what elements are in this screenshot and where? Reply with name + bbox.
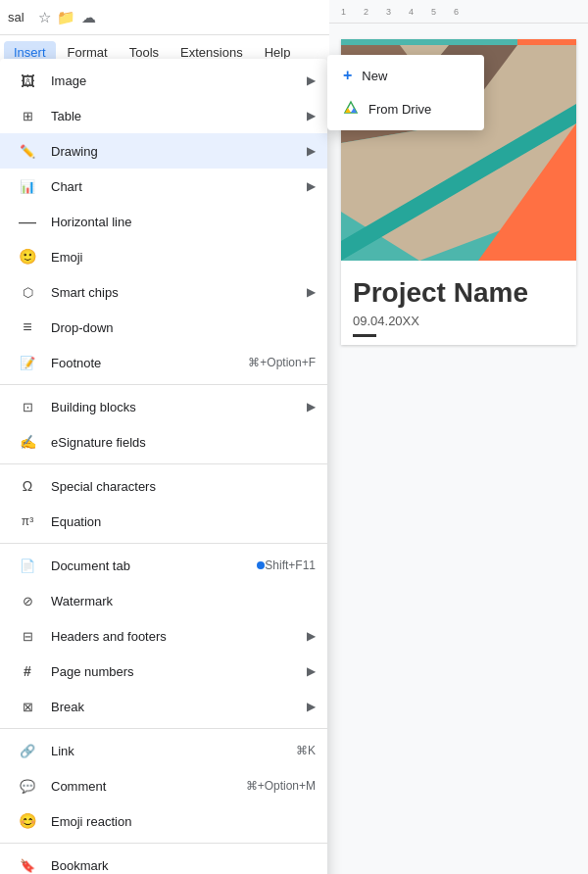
menu-item-equation[interactable]: π³ Equation: [0, 504, 327, 539]
submenu-item-new-label: New: [362, 69, 387, 83]
menu-item-image[interactable]: 🖼 Image ▶: [0, 63, 327, 98]
menu-item-comment-label: Comment: [51, 779, 238, 794]
menu-item-image-label: Image: [51, 73, 303, 88]
app-name: sal: [8, 10, 24, 24]
drive-icon: [343, 100, 359, 119]
footnote-shortcut: ⌘+Option+F: [248, 356, 316, 369]
chart-icon: 📊: [16, 174, 39, 198]
menu-item-chart[interactable]: 📊 Chart ▶: [0, 169, 327, 204]
submenu-item-new[interactable]: + New: [327, 59, 484, 92]
drawing-icon: ✏️: [16, 139, 39, 163]
menu-item-headers-footers[interactable]: ⊟ Headers and footers ▶: [0, 618, 327, 654]
break-icon: ⊠: [16, 695, 39, 718]
plus-icon: +: [343, 67, 352, 84]
chevron-right-icon: ▶: [307, 664, 316, 678]
menu-item-link[interactable]: 🔗 Link ⌘K: [0, 733, 327, 768]
menu-divider-3: [0, 543, 327, 544]
menu-item-drawing[interactable]: ✏️ Drawing ▶: [0, 133, 327, 169]
drawing-submenu: + New From Drive: [327, 55, 484, 130]
page-numbers-icon: #: [16, 659, 39, 683]
menu-item-drawing-label: Drawing: [51, 144, 303, 159]
document-tab-shortcut: Shift+F11: [265, 558, 316, 572]
table-icon: ⊞: [16, 104, 39, 127]
menu-divider-1: [0, 384, 327, 385]
menu-divider-4: [0, 728, 327, 729]
menu-item-horizontal-line-label: Horizontal line: [51, 215, 316, 229]
equation-icon: π³: [16, 510, 39, 533]
document-area: 123456: [329, 0, 588, 874]
menu-item-footnote[interactable]: 📝 Footnote ⌘+Option+F: [0, 345, 327, 380]
folder-icon[interactable]: 📁: [57, 9, 75, 26]
chevron-right-icon: ▶: [307, 73, 316, 87]
menu-item-special-characters[interactable]: Ω Special characters: [0, 468, 327, 504]
insert-dropdown-menu: 🖼 Image ▶ ⊞ Table ▶ ✏️ Drawing ▶ 📊 Chart…: [0, 59, 327, 874]
headers-footers-icon: ⊟: [16, 624, 39, 648]
submenu-item-from-drive[interactable]: From Drive: [327, 92, 484, 126]
menu-item-watermark[interactable]: ⊘ Watermark: [0, 583, 327, 618]
menu-item-break-label: Break: [51, 700, 303, 714]
menu-item-watermark-label: Watermark: [51, 594, 316, 608]
menu-item-smart-chips[interactable]: ⬡ Smart chips ▶: [0, 274, 327, 310]
document-tab-badge: [257, 561, 265, 569]
link-shortcut: ⌘K: [296, 744, 316, 757]
star-icon[interactable]: ☆: [38, 9, 51, 26]
watermark-icon: ⊘: [16, 589, 39, 612]
menu-item-smart-chips-label: Smart chips: [51, 285, 303, 300]
menu-item-document-tab[interactable]: 📄 Document tab Shift+F11: [0, 548, 327, 583]
chevron-right-icon: ▶: [307, 700, 316, 713]
emoji-icon: 🙂: [16, 245, 39, 268]
menu-item-comment[interactable]: 💬 Comment ⌘+Option+M: [0, 768, 327, 803]
project-divider-line: [353, 334, 376, 337]
menu-item-link-label: Link: [51, 744, 288, 758]
menu-item-bookmark-label: Bookmark: [51, 858, 316, 873]
menu-item-page-numbers[interactable]: # Page numbers ▶: [0, 654, 327, 689]
special-characters-icon: Ω: [16, 474, 39, 498]
ruler-marks: 123456: [337, 7, 459, 17]
menu-item-document-tab-label: Document tab: [51, 558, 251, 573]
menu-item-page-numbers-label: Page numbers: [51, 664, 303, 679]
menu-item-emoji[interactable]: 🙂 Emoji: [0, 239, 327, 274]
menu-item-building-blocks[interactable]: ⊡ Building blocks ▶: [0, 389, 327, 424]
bookmark-icon: 🔖: [16, 853, 39, 874]
menu-item-bookmark[interactable]: 🔖 Bookmark: [0, 848, 327, 874]
comment-shortcut: ⌘+Option+M: [246, 779, 316, 793]
chevron-right-icon: ▶: [307, 285, 316, 299]
image-icon: 🖼: [16, 69, 39, 92]
footnote-icon: 📝: [16, 351, 39, 374]
menu-item-special-characters-label: Special characters: [51, 479, 316, 494]
menu-item-chart-label: Chart: [51, 179, 303, 194]
link-icon: 🔗: [16, 739, 39, 762]
menu-item-equation-label: Equation: [51, 514, 316, 529]
project-text-area: Project Name 09.04.20XX: [341, 261, 576, 345]
emoji-reaction-icon: 😊: [16, 809, 39, 833]
menu-item-emoji-label: Emoji: [51, 250, 316, 265]
title-bar-icons: sal ☆ 📁 ☁: [8, 9, 96, 26]
menu-item-horizontal-line[interactable]: — Horizontal line: [0, 204, 327, 239]
project-date: 09.04.20XX: [353, 314, 564, 328]
menu-item-headers-footers-label: Headers and footers: [51, 629, 303, 644]
cloud-icon[interactable]: ☁: [81, 9, 96, 26]
menu-divider-5: [0, 843, 327, 844]
document-tab-icon: 📄: [16, 554, 39, 577]
menu-item-table[interactable]: ⊞ Table ▶: [0, 98, 327, 133]
smart-chips-icon: ⬡: [16, 280, 39, 304]
menu-item-dropdown[interactable]: ≡ Drop-down: [0, 310, 327, 345]
project-name: Project Name: [353, 276, 564, 310]
chevron-right-icon: ▶: [307, 179, 316, 193]
esignature-icon: ✍: [16, 430, 39, 454]
chevron-right-icon: ▶: [307, 629, 316, 643]
menu-divider-2: [0, 463, 327, 464]
chevron-right-icon: ▶: [307, 400, 316, 413]
menu-item-esignature[interactable]: ✍ eSignature fields: [0, 424, 327, 460]
dropdown-icon: ≡: [16, 316, 39, 339]
menu-item-esignature-label: eSignature fields: [51, 435, 316, 450]
submenu-item-from-drive-label: From Drive: [368, 102, 431, 117]
comment-icon: 💬: [16, 774, 39, 798]
menu-item-dropdown-label: Drop-down: [51, 320, 316, 335]
menu-item-break[interactable]: ⊠ Break ▶: [0, 689, 327, 724]
menu-item-emoji-reaction[interactable]: 😊 Emoji reaction: [0, 803, 327, 839]
chevron-right-icon: ▶: [307, 144, 316, 158]
menu-item-building-blocks-label: Building blocks: [51, 400, 303, 414]
horizontal-line-icon: —: [16, 210, 39, 233]
menu-item-footnote-label: Footnote: [51, 356, 240, 370]
